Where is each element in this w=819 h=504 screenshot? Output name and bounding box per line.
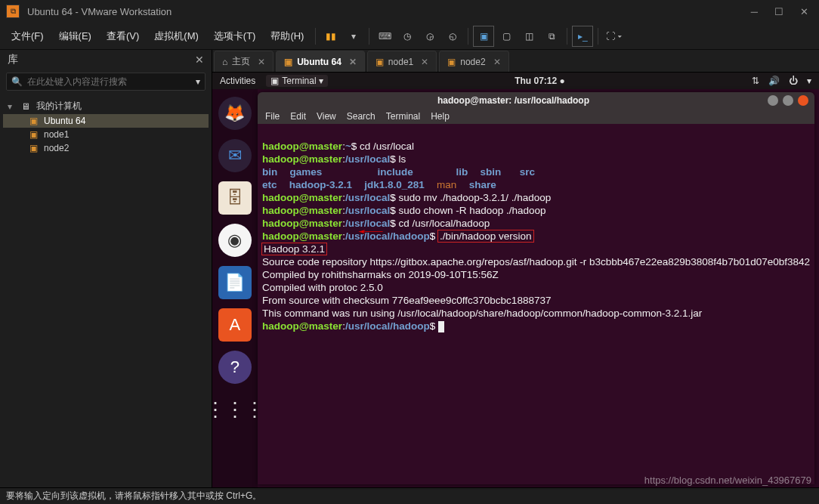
toolbar-dropdown-icon[interactable]: ▾ <box>343 26 364 47</box>
annotation-arrow-icon: ← <box>350 225 391 238</box>
titlebar: ⧉ Ubuntu 64 - VMware Workstation ─ ☐ ✕ <box>0 0 819 23</box>
pause-button[interactable]: ▮▮ <box>320 26 342 47</box>
fullscreen-icon[interactable]: ⛶ ▾ <box>603 26 624 47</box>
tree-root[interactable]: ▾ 🖥 我的计算机 <box>3 98 209 114</box>
search-dropdown-icon[interactable]: ▾ <box>196 76 200 87</box>
library-sidebar: 库 ✕ 🔍 ▾ ▾ 🖥 我的计算机 ▣ Ubuntu 64 ▣ node1 ▣ <box>0 50 212 487</box>
menubar: 文件(F) 编辑(E) 查看(V) 虚拟机(M) 选项卡(T) 帮助(H) ▮▮… <box>0 23 819 50</box>
dock-files-icon[interactable]: 🗄 <box>218 181 252 215</box>
highlight-output: Hadoop 3.2.1 <box>262 243 326 255</box>
term-menu-view[interactable]: View <box>317 111 336 122</box>
gnome-clock[interactable]: Thu 07:12 ● <box>328 76 752 86</box>
terminal-icon: ▣ <box>270 76 279 86</box>
tab-ubuntu64[interactable]: ▣ Ubuntu 64 ✕ <box>276 51 365 72</box>
tree-item-label: node2 <box>44 143 69 153</box>
tree-item-ubuntu64[interactable]: ▣ Ubuntu 64 <box>3 114 209 128</box>
gnome-app-menu[interactable]: ▣ Terminal ▾ <box>266 75 328 87</box>
library-close-button[interactable]: ✕ <box>195 54 204 66</box>
power-icon[interactable]: ⏻ <box>789 76 798 86</box>
tab-home[interactable]: ⌂ 主页 ✕ <box>214 51 274 72</box>
highlight-command: ./bin/hadoop version <box>438 230 533 242</box>
view-fit-icon[interactable]: ▣ <box>473 26 494 47</box>
term-menu-help[interactable]: Help <box>431 111 450 122</box>
revert-icon[interactable]: ◵ <box>442 26 463 47</box>
dock-software-icon[interactable]: A <box>218 308 252 342</box>
terminal-minimize-button[interactable] <box>768 95 778 106</box>
menu-help[interactable]: 帮助(H) <box>264 29 311 43</box>
vm-icon: ▣ <box>376 57 384 67</box>
terminal-window: hadoop@master: /usr/local/hadoop File Ed… <box>258 92 814 484</box>
vm-icon: ▣ <box>447 57 456 67</box>
tree-item-node2[interactable]: ▣ node2 <box>3 141 209 155</box>
vm-icon: ▣ <box>284 57 292 67</box>
menu-file[interactable]: 文件(F) <box>5 29 51 43</box>
tree-root-label: 我的计算机 <box>36 100 82 113</box>
window-title: Ubuntu 64 - VMware Workstation <box>27 6 751 17</box>
menu-vm[interactable]: 虚拟机(M) <box>147 29 206 43</box>
vm-icon: ▣ <box>27 129 39 140</box>
statusbar: 要将输入定向到该虚拟机，请将鼠标指针移入其中或按 Ctrl+G。 <box>0 487 819 504</box>
view-stretch-icon[interactable]: ▢ <box>496 26 517 47</box>
dock-firefox-icon[interactable]: 🦊 <box>218 97 252 130</box>
term-menu-terminal[interactable]: Terminal <box>386 111 420 122</box>
close-button[interactable]: ✕ <box>800 6 808 17</box>
term-menu-search[interactable]: Search <box>347 111 376 122</box>
menu-view[interactable]: 查看(V) <box>100 29 146 43</box>
menu-tabs[interactable]: 选项卡(T) <box>207 29 263 43</box>
term-menu-edit[interactable]: Edit <box>290 111 306 122</box>
dock-rhythmbox-icon[interactable]: ◉ <box>218 224 252 257</box>
view-multi-icon[interactable]: ◫ <box>518 26 539 47</box>
tab-close-icon[interactable]: ✕ <box>349 57 357 67</box>
vmware-logo-icon: ⧉ <box>6 5 20 18</box>
gnome-activities[interactable]: Activities <box>220 76 255 86</box>
terminal-output[interactable]: hadoop@master:~$ cd /usr/local hadoop@ma… <box>258 124 814 484</box>
system-menu-dropdown-icon[interactable]: ▾ <box>807 76 811 86</box>
terminal-close-button[interactable] <box>798 95 808 106</box>
search-icon: 🔍 <box>11 76 23 87</box>
snapshot-icon[interactable]: ◷ <box>397 26 418 47</box>
tab-close-icon[interactable]: ✕ <box>258 57 265 67</box>
minimize-button[interactable]: ─ <box>751 6 758 17</box>
menu-edit[interactable]: 编辑(E) <box>52 29 98 43</box>
tree-item-label: Ubuntu 64 <box>44 116 85 126</box>
tab-node1[interactable]: ▣ node1 ✕ <box>367 51 437 72</box>
vm-icon: ▣ <box>27 116 39 126</box>
network-icon[interactable]: ⇅ <box>752 76 759 86</box>
caret-down-icon: ▾ <box>8 101 15 112</box>
terminal-title: hadoop@master: /usr/local/hadoop <box>264 95 763 106</box>
term-menu-file[interactable]: File <box>265 111 280 122</box>
volume-icon[interactable]: 🔊 <box>768 76 780 86</box>
gnome-top-bar: Activities ▣ Terminal ▾ Thu 07:12 ● ⇅ 🔊 … <box>212 73 819 89</box>
home-icon: ⌂ <box>222 57 227 67</box>
vm-icon: ▣ <box>27 143 39 153</box>
tab-close-icon[interactable]: ✕ <box>421 57 428 67</box>
vm-tabs: ⌂ 主页 ✕ ▣ Ubuntu 64 ✕ ▣ node1 ✕ ▣ node2 ✕ <box>212 50 819 73</box>
terminal-maximize-button[interactable] <box>783 95 793 106</box>
snapshot-manager-icon[interactable]: ◶ <box>419 26 440 47</box>
send-keys-icon[interactable]: ⌨ <box>374 26 395 47</box>
dock-writer-icon[interactable]: 📄 <box>218 266 252 299</box>
dock-help-icon[interactable]: ? <box>218 351 252 384</box>
library-title: 库 <box>8 53 18 66</box>
ubuntu-dock: 🦊 ✉ 🗄 ◉ 📄 A ? ⋮⋮⋮ <box>212 89 258 487</box>
dock-apps-icon[interactable]: ⋮⋮⋮ <box>218 393 252 426</box>
statusbar-text: 要将输入定向到该虚拟机，请将鼠标指针移入其中或按 Ctrl+G。 <box>6 490 261 502</box>
tab-node2[interactable]: ▣ node2 ✕ <box>439 51 508 72</box>
terminal-menubar: File Edit View Search Terminal Help <box>258 109 814 124</box>
library-search-input[interactable] <box>27 76 191 87</box>
console-icon[interactable]: ▸_ <box>572 26 593 47</box>
dock-thunderbird-icon[interactable]: ✉ <box>218 139 252 172</box>
tab-close-icon[interactable]: ✕ <box>493 57 501 67</box>
tree-item-label: node1 <box>44 129 69 140</box>
terminal-cursor <box>438 321 444 332</box>
tree-item-node1[interactable]: ▣ node1 <box>3 128 209 141</box>
computer-icon: 🖥 <box>20 101 32 112</box>
library-search[interactable]: 🔍 ▾ <box>6 73 206 91</box>
unity-icon[interactable]: ⧉ <box>541 26 562 47</box>
maximize-button[interactable]: ☐ <box>774 6 783 17</box>
